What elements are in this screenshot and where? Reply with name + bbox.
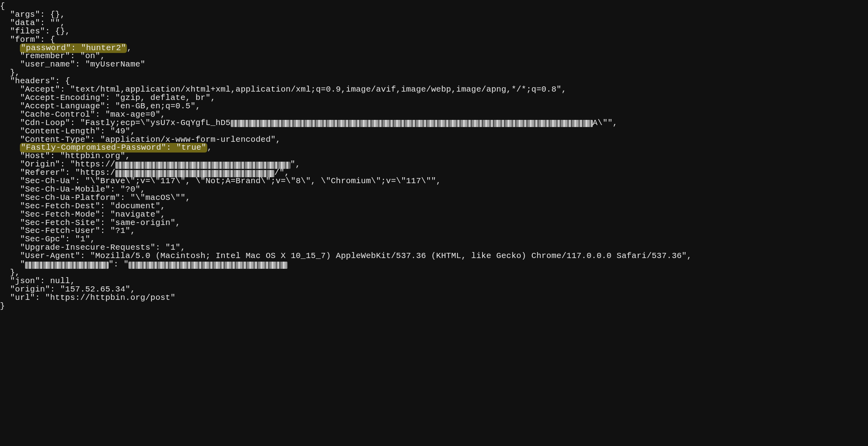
line-headers-open: "headers": { <box>0 76 70 86</box>
line-headers-close: }, <box>0 268 20 277</box>
line-sec-gpc: "Sec-Gpc": "1", <box>0 235 95 244</box>
line-user-agent: "User-Agent": "Mozilla/5.0 (Macintosh; I… <box>0 251 692 260</box>
line-content-length: "Content-Length": "49", <box>0 127 135 136</box>
redacted-header-indent: " <box>0 260 25 269</box>
redacted-header-key <box>25 262 109 269</box>
line-origin-suffix: ", <box>290 160 300 169</box>
json-output: { "args": {}, "data": "", "files": {}, "… <box>0 0 868 313</box>
line-referer-suffix: /", <box>274 168 290 177</box>
fastly-trailing: , <box>207 143 212 152</box>
redacted-cdn-loop <box>231 120 593 127</box>
line-cdn-loop-suffix: A\"", <box>593 118 618 127</box>
line-sec-fetch-mode: "Sec-Fetch-Mode": "navigate", <box>0 210 165 219</box>
line-url: "url": "https://httpbin.org/post" <box>0 293 175 302</box>
redacted-header-mid: ": " <box>109 260 128 269</box>
line-close-brace: } <box>0 301 5 311</box>
line-referer-prefix: "Referer": "https:/ <box>0 168 115 177</box>
line-origin-prefix: "Origin": "https:// <box>0 160 115 169</box>
line-sec-fetch-dest: "Sec-Fetch-Dest": "document", <box>0 201 165 211</box>
line-host: "Host": "httpbin.org", <box>0 151 130 160</box>
redacted-origin <box>115 162 290 169</box>
redacted-header-val <box>128 262 288 269</box>
line-form-user-name: "user_name": "myUserName" <box>0 60 145 69</box>
line-sec-ch-ua-platform: "Sec-Ch-Ua-Platform": "\"macOS\"", <box>0 193 191 202</box>
line-form-remember: "remember": "on", <box>0 51 105 61</box>
line-accept-encoding: "Accept-Encoding": "gzip, deflate, br", <box>0 93 216 102</box>
line-upgrade-insecure: "Upgrade-Insecure-Requests": "1", <box>0 243 185 252</box>
line-form-close: }, <box>0 68 20 77</box>
line-content-type: "Content-Type": "application/x-www-form-… <box>0 135 281 144</box>
line-sec-ch-ua: "Sec-Ch-Ua": "\"Brave\";v=\"117\", \"Not… <box>0 176 441 186</box>
line-origin-ip: "origin": "157.52.65.34", <box>0 285 135 294</box>
line-sec-fetch-user: "Sec-Fetch-User": "?1", <box>0 226 135 235</box>
line-accept-language: "Accept-Language": "en-GB,en;q=0.5", <box>0 102 200 111</box>
redacted-referer <box>115 170 274 177</box>
line-cache-control: "Cache-Control": "max-age=0", <box>0 110 165 119</box>
header-indent-fastly <box>0 143 20 152</box>
line-args: "args": {}, <box>0 10 65 19</box>
line-accept: "Accept": "text/html,application/xhtml+x… <box>0 85 566 94</box>
line-data: "data": "", <box>0 18 65 27</box>
line-form-open: "form": { <box>0 35 55 44</box>
line-open-brace: { <box>0 2 5 11</box>
line-cdn-loop-prefix: "Cdn-Loop": "Fastly;ecp=\"ysU7x-GqYgfL_h… <box>0 118 231 127</box>
form-password-trailing: , <box>127 43 132 53</box>
line-files: "files": {}, <box>0 27 70 36</box>
line-sec-ch-ua-mobile: "Sec-Ch-Ua-Mobile": "?0", <box>0 185 145 194</box>
line-json-null: "json": null, <box>0 276 75 286</box>
form-password-indent <box>0 43 20 53</box>
line-sec-fetch-site: "Sec-Fetch-Site": "same-origin", <box>0 218 181 227</box>
